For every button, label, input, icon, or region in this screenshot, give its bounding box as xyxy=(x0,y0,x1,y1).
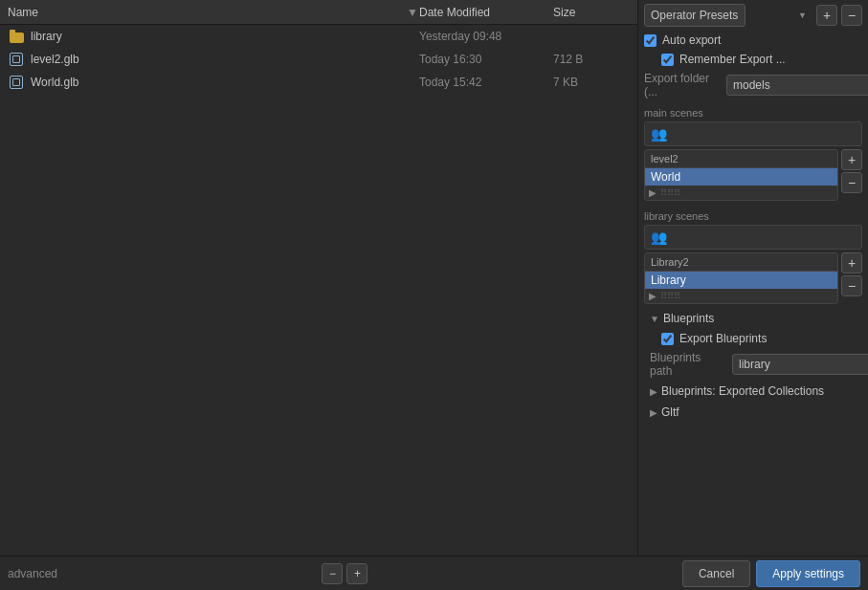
chevron-down-icon: ▼ xyxy=(650,314,659,324)
date-column-header: Date Modified xyxy=(419,6,553,19)
exported-collections-label: Blueprints: Exported Collections xyxy=(661,384,824,398)
add-library-scene-button[interactable]: + xyxy=(841,252,862,273)
operator-presets-select[interactable]: Operator Presets xyxy=(644,4,746,27)
blueprints-label: Blueprints xyxy=(663,312,714,325)
file-date: Today 15:42 xyxy=(419,76,553,89)
export-blueprints-checkbox[interactable] xyxy=(661,333,674,345)
expand-button[interactable]: + xyxy=(346,563,367,584)
collapse-button[interactable]: − xyxy=(322,563,343,584)
export-folder-row: Export folder (... xyxy=(638,69,868,101)
level2-header: level2 xyxy=(645,150,837,168)
blueprints-section: ▼ Blueprints Export Blueprints Blueprint… xyxy=(638,308,868,402)
file-size: 712 B xyxy=(553,53,630,66)
person-icon: 👥 xyxy=(651,229,667,245)
library-scenes-container: 👥 Library2 Library ▶ ⠿⠿⠿ + − xyxy=(638,225,868,308)
gltf-section: ▶ Gltf xyxy=(638,402,868,423)
file-size: 7 KB xyxy=(553,76,630,89)
remember-export-row: Remember Export ... xyxy=(638,50,868,69)
bottom-bar: advanced − + Cancel Apply settings xyxy=(0,556,868,590)
list-item[interactable]: World.glb Today 15:42 7 KB xyxy=(0,71,637,94)
gltf-label: Gltf xyxy=(661,405,679,419)
chevron-right-icon: ▶ xyxy=(650,407,657,418)
auto-export-row: Auto export xyxy=(638,31,868,50)
bottom-right-buttons: Cancel Apply settings xyxy=(682,560,860,587)
auto-export-checkbox[interactable] xyxy=(644,34,657,47)
add-scene-button[interactable]: + xyxy=(841,149,862,170)
file-list-header: Name ▼ Date Modified Size xyxy=(0,0,637,25)
file-date: Today 16:30 xyxy=(419,53,553,66)
play-icon[interactable]: ▶ xyxy=(649,187,657,198)
remember-export-label: Remember Export ... xyxy=(679,53,786,66)
file-name: level2.glb xyxy=(31,53,419,66)
export-blueprints-label: Export Blueprints xyxy=(679,332,767,345)
presets-row: Operator Presets + − xyxy=(638,0,868,31)
remember-export-checkbox[interactable] xyxy=(661,54,674,66)
export-folder-input[interactable] xyxy=(726,75,868,96)
library2-header: Library2 xyxy=(645,253,837,272)
level2-scene-block: level2 World ▶ ⠿⠿⠿ xyxy=(644,149,838,201)
export-blueprints-row: Export Blueprints xyxy=(644,329,862,348)
world-scene-item[interactable]: World xyxy=(645,168,837,186)
scene-footer: ▶ ⠿⠿⠿ xyxy=(645,186,837,200)
main-scenes-container: 👥 level2 World ▶ ⠿⠿⠿ + − xyxy=(638,121,868,205)
exported-collections-header[interactable]: ▶ Blueprints: Exported Collections xyxy=(644,381,862,402)
add-preset-button[interactable]: + xyxy=(816,5,837,26)
mesh-icon xyxy=(8,51,25,68)
folder-icon xyxy=(8,28,25,45)
blueprints-path-row: Blueprints path xyxy=(644,348,862,381)
library-scenes-label: library scenes xyxy=(638,205,868,225)
presets-dropdown-wrapper: Operator Presets xyxy=(644,4,812,27)
apply-settings-button[interactable]: Apply settings xyxy=(756,560,860,587)
bottom-controls: − + xyxy=(322,563,367,584)
remove-scene-button[interactable]: − xyxy=(841,172,862,193)
name-column-header: Name xyxy=(8,6,406,19)
main-scenes-label: main scenes xyxy=(638,101,868,121)
file-name: library xyxy=(31,30,419,43)
drag-handle-icon[interactable]: ⠿⠿⠿ xyxy=(660,187,680,198)
list-item[interactable]: level2.glb Today 16:30 712 B xyxy=(0,48,637,71)
main-scenes-icon-row: 👥 xyxy=(644,121,862,146)
sort-icon[interactable]: ▼ xyxy=(406,6,419,19)
size-column-header: Size xyxy=(553,6,630,19)
remove-preset-button[interactable]: − xyxy=(841,5,862,26)
export-folder-label: Export folder (... xyxy=(644,72,721,98)
gltf-header[interactable]: ▶ Gltf xyxy=(644,402,862,423)
drag-handle-icon[interactable]: ⠿⠿⠿ xyxy=(660,291,680,301)
mesh-icon xyxy=(8,74,25,91)
library-scene-footer: ▶ ⠿⠿⠿ xyxy=(645,289,837,303)
file-date: Yesterday 09:48 xyxy=(419,30,553,43)
file-name: World.glb xyxy=(31,76,419,89)
library-scene-item[interactable]: Library xyxy=(645,272,837,289)
blueprints-header[interactable]: ▼ Blueprints xyxy=(644,308,862,329)
cancel-button[interactable]: Cancel xyxy=(682,560,750,587)
play-icon[interactable]: ▶ xyxy=(649,291,657,301)
blueprints-path-label: Blueprints path xyxy=(650,351,726,378)
file-panel: Name ▼ Date Modified Size library Yester… xyxy=(0,0,638,556)
advanced-label: advanced xyxy=(8,567,322,580)
library-scenes-icon-row: 👥 xyxy=(644,225,862,250)
blueprints-path-input[interactable] xyxy=(732,354,868,375)
chevron-right-icon: ▶ xyxy=(650,386,657,397)
auto-export-label: Auto export xyxy=(662,33,721,47)
settings-panel: Operator Presets + − Auto export Remembe… xyxy=(638,0,868,556)
person-icon: 👥 xyxy=(651,126,667,142)
list-item[interactable]: library Yesterday 09:48 xyxy=(0,25,637,48)
remove-library-scene-button[interactable]: − xyxy=(841,275,862,296)
library2-scene-block: Library2 Library ▶ ⠿⠿⠿ xyxy=(644,252,838,304)
file-list: library Yesterday 09:48 level2.glb Today… xyxy=(0,25,637,556)
